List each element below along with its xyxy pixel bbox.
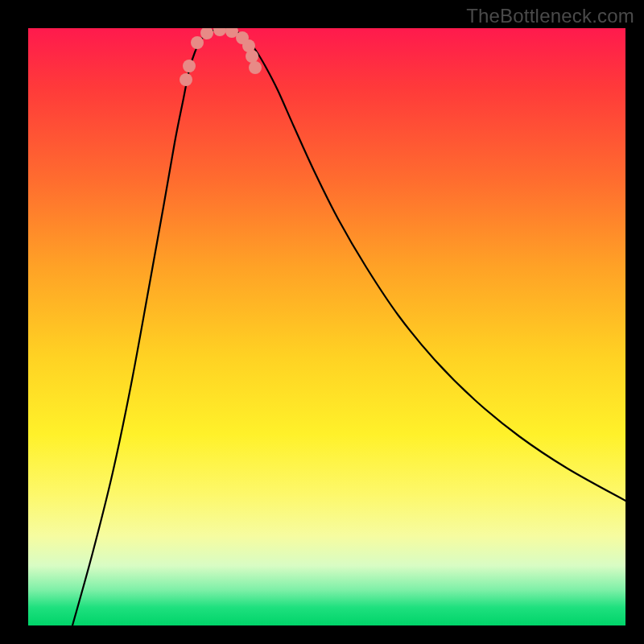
bottleneck-curve [72,30,625,625]
chart-svg [28,28,625,625]
chart-marker [191,36,204,49]
chart-plot-area [28,28,625,625]
watermark-text: TheBottleneck.com [466,5,634,27]
chart-marker [249,61,262,74]
chart-marker [180,73,192,86]
chart-frame: TheBottleneck.com [0,0,644,644]
chart-marker [213,28,226,36]
chart-marker [183,60,196,72]
chart-marker [246,50,258,63]
chart-markers [180,28,262,86]
